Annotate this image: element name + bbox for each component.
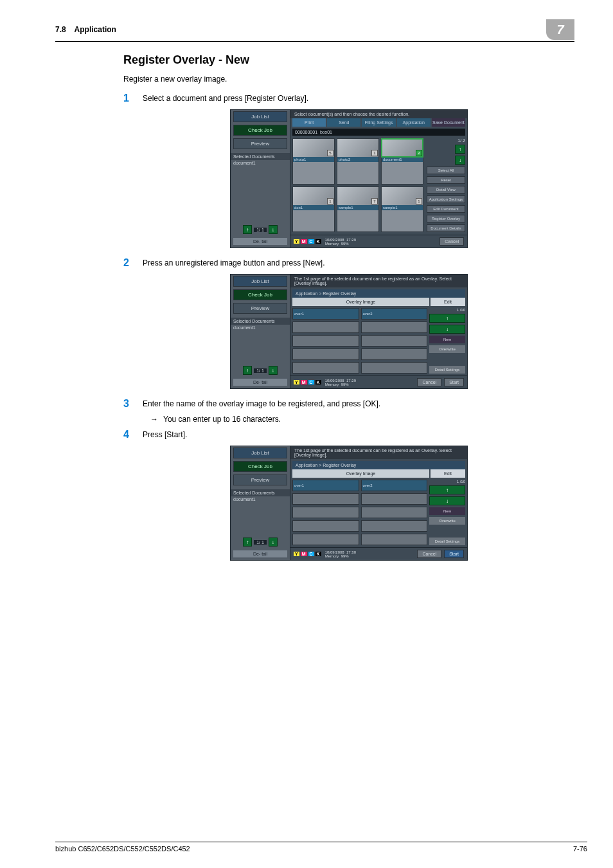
empty-slot[interactable] (361, 362, 428, 374)
screen2-message: The 1st page of the selected document ca… (290, 275, 467, 287)
start-button[interactable]: Start (444, 550, 464, 558)
toner-indicator: YMCK (294, 552, 321, 556)
preview-tab[interactable]: Preview (233, 138, 287, 149)
detail-settings-button[interactable]: Detail Settings (429, 366, 465, 374)
selected-doc-line: document1 (231, 160, 290, 166)
preview-tab[interactable]: Preview (233, 475, 287, 485)
thumb-photo1[interactable]: 5photo1 (292, 138, 335, 185)
tab-send[interactable]: Send (327, 118, 360, 127)
left-detail-button[interactable]: De- tail (233, 379, 287, 386)
thumb-document1[interactable]: 2document1 (381, 138, 423, 185)
tab-application[interactable]: Application (397, 118, 431, 127)
empty-slot[interactable] (361, 534, 428, 545)
empty-slot[interactable] (361, 335, 428, 347)
over2-slot[interactable]: over2 (361, 480, 428, 491)
empty-slot[interactable] (361, 520, 428, 532)
chapter-badge: 7 (546, 19, 574, 40)
over2-slot[interactable]: over2 (361, 308, 428, 320)
empty-slot[interactable] (292, 321, 359, 333)
thumb-sample1a[interactable]: 7sample1 (337, 186, 379, 233)
empty-slot[interactable] (292, 348, 359, 360)
empty-slot[interactable] (361, 493, 428, 505)
left-page-label: 1/ 1 (254, 540, 267, 545)
edit-header: Edit (431, 469, 465, 478)
empty-slot[interactable] (292, 520, 359, 532)
select-all-button[interactable]: Select All (427, 167, 465, 174)
thumb-photo2[interactable]: 1photo2 (337, 138, 379, 185)
empty-slot[interactable] (361, 348, 428, 360)
selected-docs-header: Selected Documents (231, 489, 290, 496)
toner-indicator: YMCK (294, 380, 321, 384)
selected-docs-header: Selected Documents (231, 318, 290, 325)
slot-up-icon[interactable]: ↑ (429, 485, 465, 494)
page-down-icon[interactable]: ↓ (269, 225, 278, 234)
empty-slot[interactable] (361, 321, 428, 333)
check-job-tab[interactable]: Check Job (233, 289, 287, 300)
arrow-icon: → (150, 415, 163, 424)
empty-slot[interactable] (292, 335, 359, 347)
new-button[interactable]: New (429, 507, 465, 515)
screen3-message: The 1st page of the selected document ca… (290, 446, 467, 459)
cancel-button[interactable]: Cancel (417, 550, 441, 558)
slot-page: 1 /10 (457, 480, 465, 484)
detail-settings-button[interactable]: Detail Settings (429, 538, 465, 545)
selected-doc-line: document1 (231, 496, 290, 502)
detail-view-button[interactable]: Detail View (427, 186, 465, 194)
step-text-3: Enter the name of the overlay image to b… (143, 398, 380, 410)
doc-details-button[interactable]: Document Details (427, 224, 465, 232)
step3-sub: You can enter up to 16 characters. (163, 415, 281, 424)
page-up-icon[interactable]: ↑ (243, 366, 252, 375)
job-list-tab[interactable]: Job List (233, 448, 287, 458)
step-number-2: 2 (123, 257, 134, 269)
register-overlay-button[interactable]: Register Overlay (427, 215, 465, 222)
over1-slot[interactable]: over1 (292, 480, 359, 491)
thumb-sample1b[interactable]: 1sample1 (381, 186, 423, 233)
page-up-icon[interactable]: ↑ (243, 225, 252, 234)
overlay-image-header: Overlay Image (292, 298, 429, 306)
selected-docs-header: Selected Documents (231, 153, 290, 160)
empty-slot[interactable] (292, 507, 359, 518)
intro-text: Register a new overlay image. (123, 75, 574, 84)
tab-save-doc[interactable]: Save Document (432, 118, 465, 127)
selected-doc-line: document1 (231, 325, 290, 330)
tab-filing[interactable]: Filing Settings (362, 118, 395, 127)
start-button-disabled: Start (444, 378, 464, 386)
check-job-tab[interactable]: Check Job (233, 125, 287, 136)
overwrite-button[interactable]: Overwrite (429, 517, 465, 525)
header-section-title: Application (75, 25, 116, 34)
left-detail-button[interactable]: De- tail (233, 238, 287, 245)
overlay-image-header: Overlay Image (292, 469, 429, 478)
new-button[interactable]: New (429, 336, 465, 343)
empty-slot[interactable] (292, 362, 359, 374)
thumb-doc1[interactable]: 1doc1 (292, 186, 335, 233)
tab-print[interactable]: Print (292, 118, 326, 127)
over1-slot[interactable]: over1 (292, 308, 359, 320)
check-job-tab[interactable]: Check Job (233, 461, 287, 472)
header-section-number: 7.8 (55, 25, 66, 34)
grid-up-icon[interactable]: ↑ (455, 145, 465, 154)
footer-page: 7-76 (573, 845, 587, 853)
empty-slot[interactable] (292, 493, 359, 505)
reset-button[interactable]: Reset (427, 176, 465, 184)
job-list-tab[interactable]: Job List (233, 276, 287, 287)
slot-up-icon[interactable]: ↑ (429, 314, 465, 323)
page-down-icon[interactable]: ↓ (269, 538, 278, 547)
grid-down-icon[interactable]: ↓ (455, 156, 465, 165)
cancel-button[interactable]: Cancel (440, 237, 464, 246)
toner-indicator: YMCK (294, 239, 321, 244)
slot-down-icon[interactable]: ↓ (429, 325, 465, 334)
step-text-1: Select a document and press [Register Ov… (143, 93, 308, 104)
overwrite-button[interactable]: Overwrite (429, 345, 465, 353)
screen1-message: Select document(s) and then choose the d… (290, 110, 467, 118)
slot-down-icon[interactable]: ↓ (429, 496, 465, 505)
preview-tab[interactable]: Preview (233, 303, 287, 314)
page-up-icon[interactable]: ↑ (243, 538, 252, 547)
page-down-icon[interactable]: ↓ (269, 366, 278, 375)
job-list-tab[interactable]: Job List (233, 111, 287, 122)
empty-slot[interactable] (292, 534, 359, 545)
edit-doc-button[interactable]: Edit Document (427, 205, 465, 213)
empty-slot[interactable] (361, 507, 428, 518)
cancel-button[interactable]: Cancel (417, 378, 441, 386)
left-detail-button[interactable]: De- tail (233, 550, 287, 557)
app-settings-button[interactable]: Application Settings (427, 195, 465, 203)
